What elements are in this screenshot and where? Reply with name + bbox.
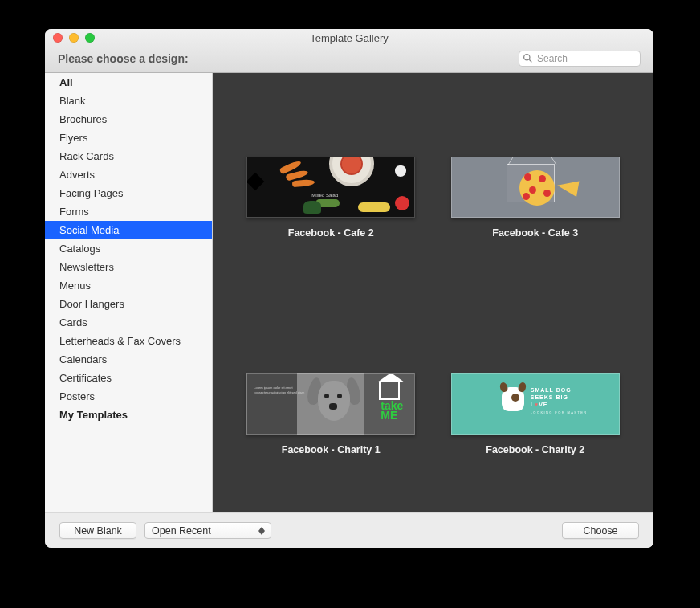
svg-line-1 — [529, 59, 531, 62]
sidebar-item-catalogs[interactable]: Catalogs — [45, 239, 212, 258]
minimize-button[interactable] — [69, 33, 79, 43]
svg-point-0 — [524, 54, 530, 59]
open-recent-dropdown[interactable]: Open Recent — [144, 522, 271, 539]
sidebar-item-posters[interactable]: Posters — [45, 387, 212, 406]
sidebar-item-flyers[interactable]: Flyers — [45, 129, 212, 147]
template-gallery[interactable]: Mixed Salad Facebook - Cafe 2 Facebook -… — [213, 73, 653, 512]
sidebar-item-newsletters[interactable]: Newsletters — [45, 258, 212, 276]
search-icon — [523, 53, 533, 63]
sidebar-item-blank[interactable]: Blank — [45, 92, 212, 110]
body: AllBlankBrochuresFlyersRack CardsAdverts… — [45, 73, 653, 512]
thumbnail-blurb: Lorem ipsum dolor sit amet consectetur a… — [254, 386, 305, 394]
template-label: Facebook - Cafe 3 — [492, 227, 578, 239]
zoom-button[interactable] — [85, 33, 95, 43]
titlebar: Template Gallery — [45, 29, 653, 47]
house-icon — [379, 382, 400, 400]
sidebar-item-menus[interactable]: Menus — [45, 276, 212, 295]
close-button[interactable] — [53, 33, 63, 43]
sidebar-item-my-templates[interactable]: My Templates — [45, 406, 212, 424]
open-recent-label: Open Recent — [152, 525, 211, 537]
sidebar-item-cards[interactable]: Cards — [45, 313, 212, 332]
sidebar-item-facing-pages[interactable]: Facing Pages — [45, 184, 212, 202]
sidebar-item-door-hangers[interactable]: Door Hangers — [45, 295, 212, 313]
template-label: Facebook - Charity 2 — [486, 444, 584, 455]
sidebar-item-all[interactable]: All — [45, 73, 212, 92]
window-title: Template Gallery — [45, 32, 653, 44]
dog-graphic — [310, 376, 358, 434]
new-blank-button[interactable]: New Blank — [59, 522, 136, 539]
template-thumbnail: Mixed Salad — [246, 157, 415, 218]
sidebar-item-calendars[interactable]: Calendars — [45, 350, 212, 369]
sidebar-item-brochures[interactable]: Brochures — [45, 110, 212, 129]
template-gallery-window: Template Gallery Please choose a design:… — [45, 29, 653, 548]
search-input[interactable] — [519, 51, 641, 67]
sidebar-item-letterheads-fax-covers[interactable]: Letterheads & Fax Covers — [45, 332, 212, 350]
thumbnail-caption: Mixed Salad — [311, 193, 338, 198]
sidebar-item-rack-cards[interactable]: Rack Cards — [45, 147, 212, 165]
template-item-charity-1[interactable]: Lorem ipsum dolor sit amet consectetur a… — [229, 306, 433, 512]
take-me-text: take ME — [381, 402, 403, 421]
search-field-wrap — [519, 51, 641, 67]
footer: New Blank Open Recent Choose — [45, 512, 653, 548]
traffic-lights — [53, 33, 95, 43]
template-thumbnail: SMALL DOG SEEKS BIG L♥VE LOOKING FOR MAS… — [451, 373, 620, 435]
sidebar-item-social-media[interactable]: Social Media — [45, 221, 212, 239]
template-item-charity-2[interactable]: SMALL DOG SEEKS BIG L♥VE LOOKING FOR MAS… — [433, 306, 638, 512]
choose-design-label: Please choose a design: — [58, 52, 189, 65]
template-label: Facebook - Charity 1 — [282, 444, 381, 455]
thumbnail-slogan: SMALL DOG SEEKS BIG L♥VE LOOKING FOR MAS… — [531, 387, 588, 414]
sidebar-item-certificates[interactable]: Certificates — [45, 369, 212, 387]
template-thumbnail — [451, 157, 620, 218]
template-grid: Mixed Salad Facebook - Cafe 2 Facebook -… — [213, 73, 653, 512]
template-label: Facebook - Cafe 2 — [288, 227, 374, 239]
sidebar-item-forms[interactable]: Forms — [45, 202, 212, 221]
template-thumbnail: Lorem ipsum dolor sit amet consectetur a… — [246, 373, 415, 435]
template-item-cafe-2[interactable]: Mixed Salad Facebook - Cafe 2 — [229, 89, 433, 306]
category-sidebar: AllBlankBrochuresFlyersRack CardsAdverts… — [45, 73, 213, 512]
template-item-cafe-3[interactable]: Facebook - Cafe 3 — [433, 89, 638, 306]
toolbar: Please choose a design: — [45, 47, 653, 73]
choose-button[interactable]: Choose — [562, 522, 639, 539]
updown-chevron-icon — [256, 524, 267, 537]
sidebar-item-adverts[interactable]: Adverts — [45, 165, 212, 184]
